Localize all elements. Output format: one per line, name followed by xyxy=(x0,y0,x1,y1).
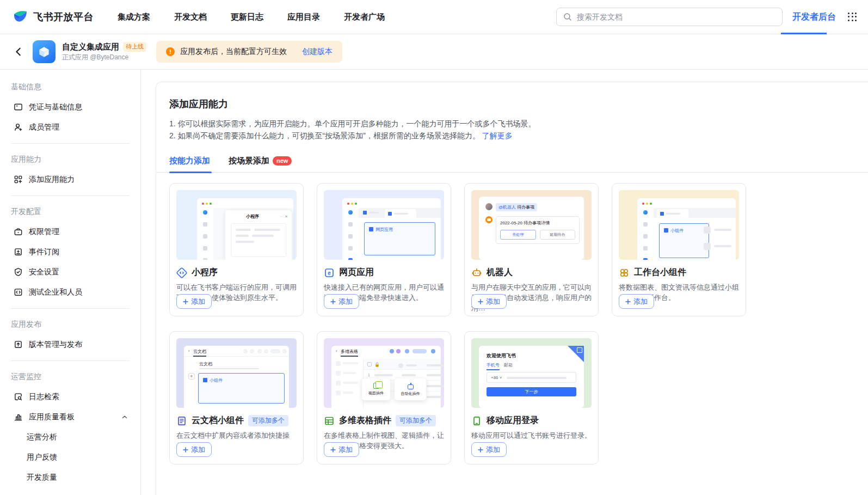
mobile-phone-icon xyxy=(471,415,482,426)
add-web-app-button[interactable]: 添加 xyxy=(324,294,359,309)
nav-item-docs[interactable]: 开发文档 xyxy=(174,12,207,22)
add-base-plugin-button[interactable]: 添加 xyxy=(324,442,359,457)
tab-by-capability[interactable]: 按能力添加 xyxy=(169,156,210,166)
sidebar-item-credentials[interactable]: 凭证与基础信息 xyxy=(0,97,140,117)
developer-console-link[interactable]: 开发者后台 xyxy=(792,11,836,23)
user-avatar xyxy=(485,203,493,210)
search-box[interactable] xyxy=(556,8,783,26)
card-base-plugin: ‹ 多维表格 xyxy=(317,331,451,465)
app-meta: 正式应用 @ByteDance xyxy=(62,53,146,62)
workplace-widget-icon xyxy=(619,267,630,278)
code-icon xyxy=(13,288,23,297)
sidebar-item-add-capability[interactable]: 添加应用能力 xyxy=(0,169,140,190)
sidebar-item-members[interactable]: 成员管理 xyxy=(0,117,140,137)
robot-icon xyxy=(471,267,482,278)
capability-panel: 添加应用能力 1. 你可以根据实际需求，为应用开启能力。单个应用可开启多种能力，… xyxy=(156,82,868,495)
multi-add-badge: 可添加多个 xyxy=(248,415,288,426)
bot-illustration: @机器人 待办事项 2022-05-20 待办事项详情 去处理 xyxy=(471,190,592,260)
sidebar: 基础信息 凭证与基础信息 成员管理 应用能力 xyxy=(0,70,141,495)
instructions: 1. 你可以根据实际需求，为应用开启能力。单个应用可开启多种能力，一个能力可用于… xyxy=(169,118,868,142)
add-gadget-button[interactable]: 添加 xyxy=(176,294,212,309)
instruction-line-2: 2. 如果尚不确定需要添加什么能力，可切换至“按场景添加”，根据所需的业务场景选… xyxy=(169,130,868,142)
sidebar-item-quality-board[interactable]: 应用质量看板 xyxy=(0,407,140,427)
tabs-divider xyxy=(156,172,868,173)
app-header: 自定义集成应用 待上线 正式应用 @ByteDance ! 应用发布后，当前配置… xyxy=(0,34,868,70)
divider xyxy=(11,143,130,144)
sidebar-subitem-ops-analysis[interactable]: 运营分析 xyxy=(0,427,140,447)
warning-icon: ! xyxy=(166,47,175,56)
sidebar-item-label: 版本管理与发布 xyxy=(29,340,82,350)
brand[interactable]: 飞书开放平台 xyxy=(12,9,94,25)
search-input[interactable] xyxy=(577,13,775,21)
search-icon xyxy=(563,13,572,21)
capability-cards: 小程序 ⋯ ✕ xyxy=(169,183,868,465)
card-web-app: 网页应用 e 网页应用 快速接入已有的网页应用，用户可以 xyxy=(317,183,451,316)
new-badge: new xyxy=(273,156,292,165)
sidebar-section-capability: 应用能力 xyxy=(0,150,140,169)
page-title: 添加应用能力 xyxy=(169,97,868,111)
sidebar-subitem-dev-quality[interactable]: 开发质量 xyxy=(0,467,140,487)
banner-text: 应用发布后，当前配置方可生效 xyxy=(180,47,287,57)
tabs: 按能力添加 按场景添加 new xyxy=(169,156,868,173)
card-desc: 移动应用可以通过飞书账号进行登录。 xyxy=(471,430,593,441)
card-title: 小程序 xyxy=(192,267,218,278)
card-title: 云文档小组件 xyxy=(192,415,244,426)
add-bot-button[interactable]: 添加 xyxy=(471,294,507,309)
card-title: 机器人 xyxy=(487,267,513,278)
web-app-illustration: 网页应用 xyxy=(324,190,444,260)
briefcase-lock-icon xyxy=(13,227,23,237)
sidebar-item-permissions[interactable]: 权限管理 xyxy=(0,222,140,242)
card-gadget: 小程序 ⋯ ✕ xyxy=(169,183,304,316)
card-workplace-widget: 小组件 xyxy=(612,183,746,316)
create-version-link[interactable]: 创建版本 xyxy=(302,47,333,57)
sidebar-subitem-user-feedback[interactable]: 用户反馈 xyxy=(0,447,140,467)
mobile-login-illustration: 欢迎使用飞书 手机号 邮箱 +86 ˅ 下一步 xyxy=(471,338,592,408)
nav-item-app-directory[interactable]: 应用目录 xyxy=(287,12,320,22)
card-title: 多维表格插件 xyxy=(339,415,391,426)
add-workplace-widget-button[interactable]: 添加 xyxy=(619,294,654,309)
add-mobile-login-button[interactable]: 添加 xyxy=(471,442,507,457)
multi-add-badge: 可添加多个 xyxy=(396,415,436,426)
sidebar-item-versions[interactable]: 版本管理与发布 xyxy=(0,334,140,355)
bot-avatar xyxy=(485,216,493,223)
sidebar-section-ops: 运营监控 xyxy=(0,367,140,387)
web-app-icon: e xyxy=(324,267,335,278)
sidebar-item-label: 添加应用能力 xyxy=(29,175,75,185)
workplace-widget-illustration: 小组件 xyxy=(619,190,739,260)
sidebar-item-events[interactable]: 事件订阅 xyxy=(0,242,140,262)
card-title: 工作台小组件 xyxy=(634,267,686,278)
sidebar-item-log-search[interactable]: 日志检索 xyxy=(0,387,140,407)
next-step-button: 下一步 xyxy=(487,387,576,396)
nav-item-changelog[interactable]: 更新日志 xyxy=(231,12,263,22)
upload-icon xyxy=(13,340,23,350)
sidebar-item-label: 日志检索 xyxy=(29,392,59,402)
sidebar-item-label: 事件订阅 xyxy=(29,247,59,257)
tab-by-scenario[interactable]: 按场景添加 new xyxy=(229,156,292,166)
card-title: 网页应用 xyxy=(339,267,374,278)
sidebar-section-devconfig: 开发配置 xyxy=(0,202,140,222)
back-button[interactable] xyxy=(12,45,25,58)
nav-item-integrations[interactable]: 集成方案 xyxy=(118,12,150,22)
docs-widget-illustration: ‹ 云文档 云文档 + xyxy=(176,338,297,408)
app-name: 自定义集成应用 xyxy=(62,42,119,52)
main-content: 添加应用能力 1. 你可以根据实际需求，为应用开启能力。单个应用可开启多种能力，… xyxy=(141,70,868,495)
add-docs-widget-button[interactable]: 添加 xyxy=(176,442,212,457)
nav-item-dev-plaza[interactable]: 开发者广场 xyxy=(344,12,385,22)
chevron-up-icon[interactable] xyxy=(120,412,130,422)
qr-corner xyxy=(568,346,584,362)
bar-chart-icon xyxy=(13,412,23,422)
instruction-line-1: 1. 你可以根据实际需求，为应用开启能力。单个应用可开启多种能力，一个能力可用于… xyxy=(169,118,868,130)
sidebar-item-test-org[interactable]: 测试企业和人员 xyxy=(0,282,140,302)
sidebar-item-label: 应用质量看板 xyxy=(29,412,75,422)
docs-widget-icon xyxy=(176,415,187,426)
app-avatar xyxy=(33,40,56,63)
sidebar-item-label: 安全设置 xyxy=(29,267,59,277)
gadget-illustration: 小程序 ⋯ ✕ xyxy=(176,190,297,260)
top-navbar: 飞书开放平台 集成方案 开发文档 更新日志 应用目录 开发者广场 开发者后台 xyxy=(0,0,868,34)
learn-more-link[interactable]: 了解更多 xyxy=(482,131,513,140)
sidebar-item-security[interactable]: 安全设置 xyxy=(0,262,140,282)
card-mobile-login: 欢迎使用飞书 手机号 邮箱 +86 ˅ 下一步 xyxy=(464,331,599,465)
sidebar-section-basic: 基础信息 xyxy=(0,77,140,97)
sidebar-item-label: 凭证与基础信息 xyxy=(29,102,82,112)
app-grid-icon[interactable] xyxy=(848,13,857,22)
